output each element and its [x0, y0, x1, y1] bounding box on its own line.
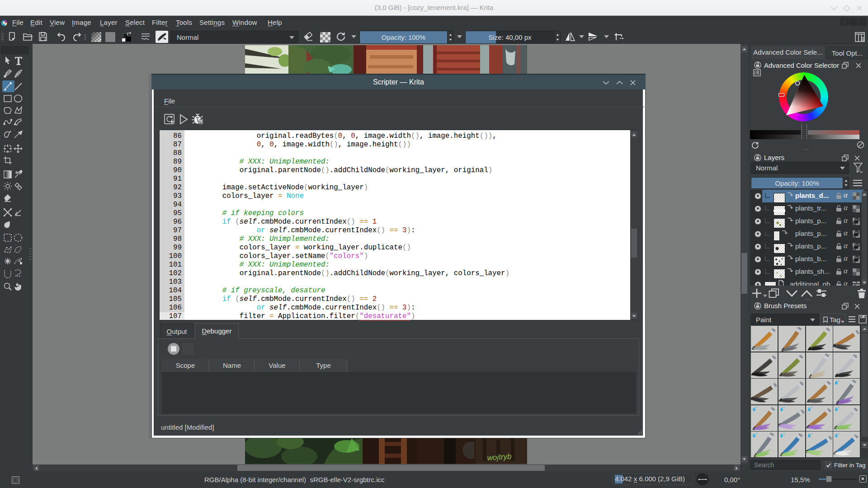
svg-text:wojtryb: wojtryb [487, 452, 512, 462]
